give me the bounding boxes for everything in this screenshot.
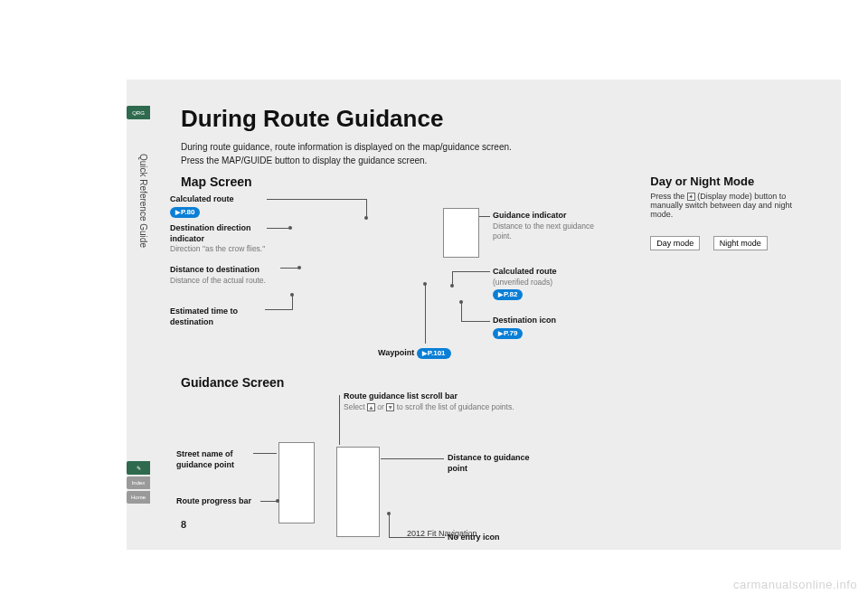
map-screen-heading: Map Screen xyxy=(181,174,623,189)
guidance-screen-diagram: Route guidance list scroll bar Select ▲ … xyxy=(181,397,623,551)
intro-line-2: Press the MAP/GUIDE button to display th… xyxy=(181,156,807,165)
leader-line xyxy=(260,501,277,502)
page-ref-pill[interactable]: ▶P.79 xyxy=(493,328,523,339)
leader-line xyxy=(479,216,490,217)
page-ref-pill[interactable]: ▶P.80 xyxy=(170,207,200,218)
night-mode-button: Night mode xyxy=(713,236,768,250)
callout-route-progress: Route progress bar xyxy=(176,496,271,507)
callout-distance-to-gp: Distance to guidance point xyxy=(448,453,538,474)
guidance-list-box xyxy=(336,447,380,537)
callout-destination-icon: Destination icon ▶P.79 xyxy=(493,316,597,339)
leader-line xyxy=(267,199,366,200)
callout-destination-direction: Destination direction indicator Directio… xyxy=(170,223,269,254)
page-ref-pill[interactable]: ▶P.101 xyxy=(417,348,451,359)
callout-dot xyxy=(459,300,463,304)
leader-line xyxy=(452,271,490,272)
leader-line xyxy=(461,321,490,322)
callout-eta: Estimated time to destination xyxy=(170,306,269,327)
callout-waypoint: Waypoint ▶P.101 xyxy=(378,346,451,359)
down-arrow-icon: ▼ xyxy=(386,403,394,411)
page-title: During Route Guidance xyxy=(181,105,807,133)
callout-street-name: Street name of guidance point xyxy=(176,449,262,470)
leader-line xyxy=(280,268,298,269)
display-mode-icon: ☀ xyxy=(687,193,695,201)
intro-line-1: During route guidance, route information… xyxy=(181,142,807,152)
callout-dot xyxy=(364,216,368,220)
up-arrow-icon: ▲ xyxy=(367,403,375,411)
day-mode-button: Day mode xyxy=(650,236,700,250)
callout-guidance-indicator: Guidance indicator Distance to the next … xyxy=(493,211,597,241)
leader-line xyxy=(389,514,390,538)
leader-line xyxy=(253,453,277,454)
page-content: During Route Guidance During route guida… xyxy=(127,80,841,550)
map-screen-diagram: Calculated route ▶P.80 Destination direc… xyxy=(181,194,623,375)
leader-line xyxy=(461,303,462,321)
callout-dot xyxy=(288,226,292,230)
callout-dot xyxy=(450,284,454,288)
footer-text: 2012 Fit Navigation xyxy=(407,529,477,538)
callout-distance-destination: Distance to destination Distance of the … xyxy=(170,265,283,286)
leader-line xyxy=(452,271,453,285)
leader-line xyxy=(425,285,426,344)
leader-line xyxy=(267,228,289,229)
street-name-box xyxy=(278,442,315,523)
page-number: 8 xyxy=(181,519,186,530)
callout-dot xyxy=(276,499,279,503)
leader-line xyxy=(265,309,292,310)
day-night-heading: Day or Night Mode xyxy=(650,174,807,188)
callout-dot xyxy=(387,512,391,515)
leader-line xyxy=(292,296,293,310)
callout-dot xyxy=(423,282,427,286)
callout-dot xyxy=(290,293,294,297)
watermark: carmanualsonline.info xyxy=(733,578,857,591)
leader-line xyxy=(366,199,367,217)
callout-scroll-bar: Route guidance list scroll bar Select ▲ … xyxy=(344,391,524,412)
callout-dot xyxy=(297,266,301,269)
guidance-screen-heading: Guidance Screen xyxy=(181,375,623,390)
page-ref-pill[interactable]: ▶P.82 xyxy=(493,289,523,300)
callout-calculated-unverified: Calculated route (unverified roads) ▶P.8… xyxy=(493,267,597,300)
leader-line xyxy=(339,395,340,445)
guidance-indicator-box xyxy=(443,208,479,258)
leader-line xyxy=(381,458,444,459)
callout-calculated-route: Calculated route ▶P.80 xyxy=(170,194,269,218)
day-night-text: Press the ☀ (Display mode) button to man… xyxy=(650,192,807,219)
